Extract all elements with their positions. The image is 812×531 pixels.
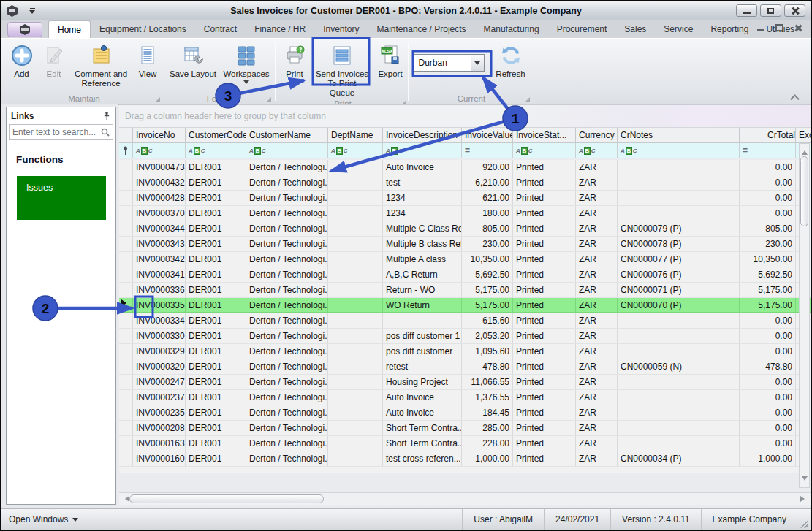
cell-no: INV0000330 bbox=[133, 329, 186, 343]
invoice-row-INV0000432[interactable]: INV0000432DER001Derton / Technologi...te… bbox=[119, 175, 811, 191]
filter-cell-crtotal[interactable]: = bbox=[740, 143, 796, 158]
invoice-row-INV0000247[interactable]: INV0000247DER001Derton / Technologi...Ho… bbox=[119, 375, 811, 390]
invoice-row-INV0000237[interactable]: INV0000237DER001Derton / Technologi...Au… bbox=[119, 390, 811, 405]
invoice-row-INV0000330[interactable]: INV0000330DER001Derton / Technologi...po… bbox=[119, 329, 811, 344]
invoice-row-INV0000473[interactable]: INV0000473DER001Derton / Technologi...Au… bbox=[119, 160, 811, 175]
comment-and-reference-button[interactable]: Comment and Reference bbox=[70, 42, 132, 89]
cell-no: INV0000335 bbox=[133, 298, 186, 313]
application-button[interactable] bbox=[7, 22, 42, 37]
filter-cell-value[interactable]: = bbox=[462, 143, 513, 158]
column-header-exc[interactable]: Exc... bbox=[796, 128, 811, 142]
tab-manufacturing[interactable]: Manufacturing bbox=[475, 20, 548, 38]
column-header-value[interactable]: InvoiceValue bbox=[462, 128, 513, 142]
column-header-status[interactable]: InvoiceStat... bbox=[513, 128, 576, 142]
column-header-no[interactable]: InvoiceNo bbox=[133, 128, 186, 142]
statusbar-info: User : AbigailM24/02/2021Version : 2.4.0… bbox=[462, 509, 797, 530]
export-button[interactable]: XLSX Export bbox=[373, 42, 408, 80]
invoice-row-INV0000208[interactable]: INV0000208DER001Derton / Technologi...Sh… bbox=[119, 421, 811, 436]
tab-sales[interactable]: Sales bbox=[615, 20, 655, 38]
group-by-bar[interactable]: Drag a column header here to group by th… bbox=[119, 105, 811, 128]
pin-icon[interactable] bbox=[102, 111, 111, 121]
close-button[interactable] bbox=[784, 4, 805, 17]
invoice-row-INV0000163[interactable]: INV0000163DER001Derton / Technologi...Sh… bbox=[119, 436, 811, 451]
filter-cell-status[interactable]: ABC bbox=[513, 143, 576, 158]
tab-maintenance-projects[interactable]: Maintenance / Projects bbox=[368, 20, 475, 38]
add-button[interactable]: Add bbox=[6, 42, 37, 80]
invoice-row-INV0000334[interactable]: INV0000334DER001Derton / Technologi...61… bbox=[119, 313, 811, 329]
invoice-row-INV0000335[interactable]: INV0000335DER001Derton / Technologi...WO… bbox=[119, 298, 811, 313]
selected-row-pointer-icon bbox=[121, 299, 130, 307]
cell-name: Derton / Technologi... bbox=[246, 252, 328, 267]
maximize-button[interactable] bbox=[760, 4, 781, 17]
invoice-row-INV0000320[interactable]: INV0000320DER001Derton / Technologi...re… bbox=[119, 359, 811, 375]
open-windows-button[interactable]: Open Windows bbox=[9, 514, 78, 524]
view-button[interactable]: View bbox=[133, 42, 162, 80]
branch-select[interactable]: Durban bbox=[414, 54, 485, 72]
tab-home[interactable]: Home bbox=[48, 20, 91, 38]
column-header-crtotal[interactable]: CrTotal bbox=[740, 128, 796, 142]
tab-inventory[interactable]: Inventory bbox=[314, 20, 368, 38]
save-layout-button[interactable]: Save Layout bbox=[167, 42, 219, 80]
minimize-button[interactable] bbox=[736, 4, 757, 17]
mdi-restore-icon[interactable] bbox=[775, 24, 783, 31]
resize-grip[interactable] bbox=[799, 519, 808, 528]
invoice-row-INV0000344[interactable]: INV0000344DER001Derton / Technologi...Mu… bbox=[119, 221, 811, 237]
search-input[interactable] bbox=[10, 127, 100, 137]
column-header-currency[interactable]: Currency bbox=[576, 128, 618, 142]
sidebar-item-issues[interactable]: Issues bbox=[17, 176, 106, 220]
edit-pin-icon bbox=[122, 146, 129, 156]
scroll-down-icon[interactable] bbox=[802, 476, 808, 484]
invoice-row-INV0000336[interactable]: INV0000336DER001Derton / Technologi...Re… bbox=[119, 283, 811, 298]
horizontal-scroll-thumb[interactable] bbox=[129, 494, 324, 503]
invoice-row-INV0000428[interactable]: INV0000428DER001Derton / Technologi...12… bbox=[119, 191, 811, 206]
cell-name: Derton / Technologi... bbox=[246, 451, 328, 466]
quick-access-dropdown-icon[interactable] bbox=[29, 8, 37, 14]
tab-contract[interactable]: Contract bbox=[195, 20, 246, 38]
scroll-up-icon[interactable] bbox=[802, 148, 808, 155]
tab-equipment-locations[interactable]: Equipment / Locations bbox=[91, 20, 195, 38]
workspaces-button[interactable]: Workspaces bbox=[220, 42, 273, 88]
filter-cell-code[interactable]: ABC bbox=[186, 143, 246, 158]
filter-cell-crnotes[interactable]: ABC bbox=[618, 143, 740, 158]
invoice-row-INV0000343[interactable]: INV0000343DER001Derton / Technologi...Mu… bbox=[119, 237, 811, 252]
tab-reporting[interactable]: Reporting bbox=[702, 20, 757, 38]
invoice-row-INV0000342[interactable]: INV0000342DER001Derton / Technologi...Mu… bbox=[119, 252, 811, 267]
vertical-scrollbar[interactable] bbox=[799, 143, 810, 488]
column-header-name[interactable]: CustomerName bbox=[246, 128, 328, 142]
horizontal-scrollbar[interactable] bbox=[119, 492, 811, 505]
invoice-row-INV0000329[interactable]: INV0000329DER001Derton / Technologi...po… bbox=[119, 344, 811, 359]
scroll-left-icon[interactable] bbox=[122, 496, 129, 502]
filter-cell-indicator[interactable] bbox=[119, 143, 133, 158]
links-search[interactable] bbox=[9, 124, 113, 140]
tab-finance-hr[interactable]: Finance / HR bbox=[246, 20, 314, 38]
search-icon[interactable] bbox=[100, 127, 110, 137]
invoice-row-INV0000160[interactable]: INV0000160DER001Derton / Technologi...te… bbox=[119, 451, 811, 467]
filter-cell-desc[interactable]: ABC bbox=[383, 143, 462, 158]
vertical-scroll-thumb[interactable] bbox=[800, 156, 808, 226]
column-header-code[interactable]: CustomerCode bbox=[186, 128, 246, 142]
print-button[interactable]: Print bbox=[278, 42, 311, 80]
cell-desc: Housing Project bbox=[383, 375, 462, 389]
refresh-button[interactable]: Refresh bbox=[492, 42, 530, 80]
send-invoices-to-print-queue-button[interactable]: Send Invoices To Print Queue bbox=[313, 42, 371, 99]
tab-procurement[interactable]: Procurement bbox=[548, 20, 616, 38]
invoice-row-INV0000370[interactable]: INV0000370DER001Derton / Technologi...12… bbox=[119, 206, 811, 221]
filter-cell-currency[interactable]: ABC bbox=[576, 143, 618, 158]
branch-dropdown-button[interactable] bbox=[471, 55, 484, 71]
scroll-right-icon[interactable] bbox=[800, 496, 808, 502]
column-header-crnotes[interactable]: CrNotes bbox=[618, 128, 740, 142]
filter-cell-dept[interactable]: ABC bbox=[328, 143, 383, 158]
column-header-dept[interactable]: DeptName bbox=[328, 128, 383, 142]
tab-service[interactable]: Service bbox=[655, 20, 702, 38]
cell-code: DER001 bbox=[186, 298, 246, 313]
column-header-desc[interactable]: InvoiceDescription bbox=[383, 128, 462, 142]
grid-filter-row: ABCABCABCABCABC=ABCABCABC= bbox=[119, 143, 811, 158]
mdi-close-icon[interactable] bbox=[794, 24, 802, 31]
filter-cell-name[interactable]: ABC bbox=[246, 143, 328, 158]
invoice-row-INV0000341[interactable]: INV0000341DER001Derton / Technologi...A,… bbox=[119, 267, 811, 283]
collapse-ribbon-button[interactable] bbox=[790, 94, 800, 102]
invoice-row-INV0000235[interactable]: INV0000235DER001Derton / Technologi...Au… bbox=[119, 405, 811, 421]
filter-cell-no[interactable]: ABC bbox=[133, 143, 186, 158]
cell-currency: ZAR bbox=[576, 237, 618, 251]
mdi-minimize-icon[interactable] bbox=[757, 29, 764, 31]
